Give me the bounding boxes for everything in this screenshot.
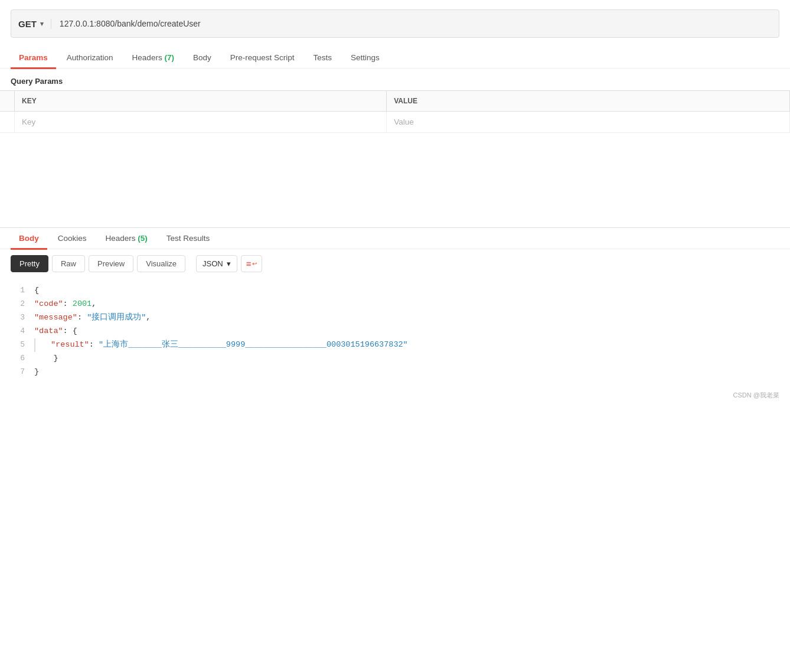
footer: CSDN @我老菜 [0, 385, 790, 406]
code-content-5: "result": "上海市_______张三__________9999___… [34, 338, 779, 352]
format-preview-button[interactable]: Preview [89, 255, 133, 272]
query-params-label: Query Params [0, 68, 790, 90]
line-num-5: 5 [11, 338, 34, 351]
params-key-header: KEY [15, 91, 387, 112]
spacer [0, 133, 790, 227]
code-line-2: 2 "code": 2001, [11, 298, 779, 311]
line-num-6: 6 [11, 352, 34, 365]
response-tabs: Body Cookies Headers (5) Test Results [0, 228, 790, 249]
url-input[interactable] [60, 19, 772, 28]
json-label: JSON [203, 259, 223, 268]
json-format-dropdown[interactable]: JSON ▾ [196, 255, 237, 272]
code-content-3: "message": "接口调用成功", [34, 311, 779, 325]
method-label: GET [18, 19, 37, 29]
line-num-7: 7 [11, 366, 34, 379]
tab-headers[interactable]: Headers (7) [124, 47, 182, 68]
params-value-header: VALUE [387, 91, 790, 112]
line-num-1: 1 [11, 284, 34, 297]
value-placeholder: Value [394, 118, 414, 126]
code-content-7: } [34, 366, 779, 379]
code-line-4: 4 "data": { [11, 325, 779, 338]
params-value-cell[interactable]: Value [387, 112, 790, 133]
tab-body[interactable]: Body [185, 47, 220, 68]
tab-pre-request-script[interactable]: Pre-request Script [222, 47, 303, 68]
code-line-7: 7 } [11, 366, 779, 379]
format-raw-button[interactable]: Raw [52, 255, 85, 272]
line-num-3: 3 [11, 311, 34, 324]
params-table: KEY VALUE Key Value [0, 90, 790, 133]
wrap-icon: ≡ [246, 259, 252, 269]
code-area: 1 { 2 "code": 2001, 3 "message": "接口调用成功… [0, 278, 790, 385]
tab-tests[interactable]: Tests [305, 47, 340, 68]
request-tabs: Params Authorization Headers (7) Body Pr… [0, 47, 790, 68]
params-checkbox[interactable] [0, 112, 15, 133]
format-visualize-button[interactable]: Visualize [137, 255, 185, 272]
code-line-1: 1 { [11, 284, 779, 298]
code-line-5: 5 "result": "上海市_______张三__________9999_… [11, 338, 779, 352]
tab-params[interactable]: Params [11, 47, 56, 68]
line-num-2: 2 [11, 298, 34, 311]
code-content-4: "data": { [34, 325, 779, 338]
response-tab-cookies[interactable]: Cookies [50, 228, 95, 249]
params-key-cell[interactable]: Key [15, 112, 387, 133]
method-selector[interactable]: GET ▾ [18, 19, 51, 29]
code-content-6: } [34, 352, 779, 366]
dropdown-chevron-icon: ▾ [227, 259, 231, 268]
response-tab-headers[interactable]: Headers (5) [97, 228, 156, 249]
code-line-6: 6 } [11, 352, 779, 366]
method-chevron-icon: ▾ [40, 20, 44, 28]
response-tab-test-results[interactable]: Test Results [158, 228, 218, 249]
tab-settings[interactable]: Settings [342, 47, 388, 68]
line-num-4: 4 [11, 325, 34, 338]
table-row: Key Value [0, 112, 790, 133]
code-content-1: { [34, 284, 779, 298]
code-content-2: "code": 2001, [34, 298, 779, 311]
format-pretty-button[interactable]: Pretty [11, 255, 48, 272]
params-checkbox-col-header [0, 91, 15, 112]
response-tab-body[interactable]: Body [11, 228, 47, 249]
url-bar: GET ▾ [11, 9, 779, 38]
tab-authorization[interactable]: Authorization [58, 47, 122, 68]
code-line-3: 3 "message": "接口调用成功", [11, 311, 779, 325]
format-bar: Pretty Raw Preview Visualize JSON ▾ ≡↩ [0, 249, 790, 278]
key-placeholder: Key [22, 118, 35, 126]
response-section: Body Cookies Headers (5) Test Results Pr… [0, 227, 790, 385]
wrap-button[interactable]: ≡↩ [241, 255, 263, 272]
